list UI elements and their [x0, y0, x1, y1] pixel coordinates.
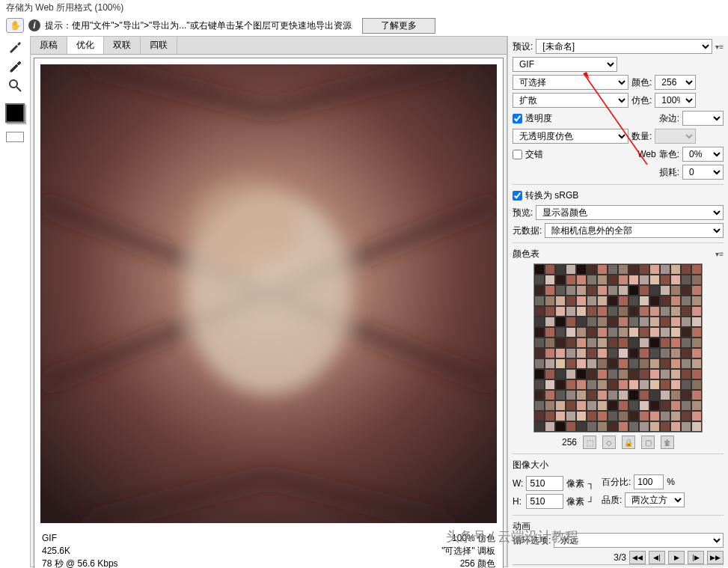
- panel-menu-icon[interactable]: ▾≡: [715, 43, 724, 51]
- learn-more-button[interactable]: 了解更多: [362, 18, 435, 34]
- canvas-area: 原稿 优化 双联 四联: [30, 36, 507, 567]
- percent-input[interactable]: [634, 474, 664, 489]
- tab-original[interactable]: 原稿: [31, 37, 67, 54]
- format-select[interactable]: GIF: [513, 57, 617, 72]
- play-button[interactable]: ▶: [668, 551, 685, 564]
- view-tabs: 原稿 优化 双联 四联: [31, 37, 507, 55]
- color-table[interactable]: [533, 263, 703, 433]
- svg-point-4: [191, 179, 301, 271]
- watermark-text: 头条号 / 云端设计教程: [446, 528, 578, 546]
- quality-select[interactable]: 两次立方: [625, 492, 685, 507]
- preview-frame: GIF 425.6K 78 秒 @ 56.6 Kbps 100% 仿色 "可选择…: [34, 58, 504, 568]
- dither-method-select[interactable]: 扩散: [513, 93, 628, 108]
- metadata-select[interactable]: 除相机信息外的全部: [545, 223, 724, 238]
- new-color-icon[interactable]: ▢: [641, 436, 655, 449]
- preview-image[interactable]: [40, 64, 497, 523]
- amount-select: [655, 129, 696, 144]
- hint-text: 提示：使用"文件">"导出">"导出为..."或右键单击某个图层可更快速地导出资…: [45, 19, 352, 32]
- info-icon: i: [28, 19, 40, 31]
- transparency-checkbox[interactable]: [513, 114, 522, 123]
- window-title: 存储为 Web 所用格式 (100%): [0, 0, 728, 15]
- prev-frame-button[interactable]: ◀|: [649, 551, 665, 564]
- width-input[interactable]: [526, 476, 563, 491]
- first-frame-button[interactable]: ◀◀: [629, 551, 646, 564]
- colors-select[interactable]: 256: [655, 75, 696, 90]
- foreground-color-swatch[interactable]: [5, 103, 25, 123]
- svg-line-1: [16, 87, 21, 91]
- ct-btn2[interactable]: ◇: [602, 436, 616, 449]
- loop-select[interactable]: 永远: [554, 533, 724, 548]
- right-panel: 预设: [未命名] ▾≡ GIF 可选择 颜色: 256 扩散 仿色: 100%…: [507, 36, 728, 567]
- preview-info: GIF 425.6K 78 秒 @ 56.6 Kbps 100% 仿色 "可选择…: [34, 529, 503, 568]
- zoom-icon[interactable]: [7, 78, 22, 93]
- tab-4up[interactable]: 四联: [141, 37, 177, 54]
- brush-icon[interactable]: [7, 39, 22, 54]
- info-time: 78 秒 @ 56.6 Kbps: [42, 558, 118, 568]
- dither-amount-select[interactable]: 100%: [655, 93, 696, 108]
- preset-select[interactable]: [未命名]: [536, 39, 712, 54]
- websnap-select[interactable]: 0%: [682, 147, 724, 162]
- ct-btn1[interactable]: ⬚: [583, 436, 596, 449]
- tab-optimized[interactable]: 优化: [67, 37, 104, 54]
- colortable-menu-icon[interactable]: ▾≡: [715, 250, 724, 258]
- trans-dither-select[interactable]: 无透明度仿色: [513, 129, 628, 144]
- tab-2up[interactable]: 双联: [104, 37, 141, 54]
- eyedropper-icon[interactable]: [7, 58, 22, 73]
- info-format: GIF: [42, 532, 118, 545]
- svg-point-0: [10, 80, 17, 88]
- interlace-checkbox[interactable]: [513, 150, 522, 159]
- info-size: 425.6K: [42, 545, 118, 558]
- lock-icon[interactable]: 🔒: [622, 436, 635, 449]
- reduction-select[interactable]: 可选择: [513, 75, 628, 90]
- preview-profile-select[interactable]: 显示器颜色: [536, 205, 724, 220]
- height-input[interactable]: [526, 494, 563, 509]
- matte-select[interactable]: [682, 111, 724, 126]
- preset-label: 预设:: [513, 40, 533, 53]
- slice-toggle-icon[interactable]: [6, 132, 24, 142]
- hint-bar: ✋ i 提示：使用"文件">"导出">"导出为..."或右键单击某个图层可更快速…: [0, 15, 728, 36]
- hand-tool-icon[interactable]: ✋: [6, 18, 24, 33]
- last-frame-button[interactable]: ▶▶: [707, 551, 724, 564]
- next-frame-button[interactable]: |▶: [688, 551, 704, 564]
- frame-indicator: 3/3: [614, 552, 626, 563]
- left-toolbar: [0, 36, 30, 567]
- lossy-select[interactable]: 0: [682, 165, 724, 180]
- srgb-checkbox[interactable]: [513, 191, 522, 201]
- trash-icon[interactable]: 🗑: [661, 436, 674, 449]
